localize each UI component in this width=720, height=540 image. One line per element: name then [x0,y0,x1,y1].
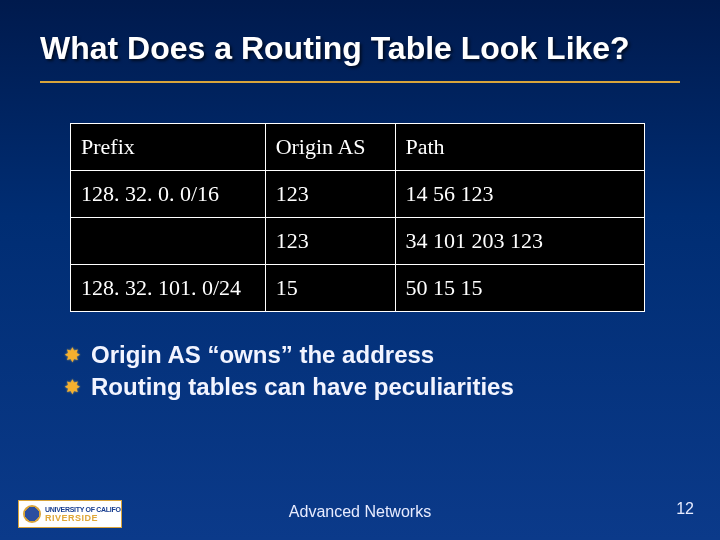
list-item: ✸ Routing tables can have peculiarities [64,372,680,402]
seal-icon [23,505,41,523]
col-header-path: Path [395,124,645,171]
col-header-prefix: Prefix [71,124,266,171]
logo-line2: RIVERSIDE [45,514,122,522]
footer: UNIVERSITY OF CALIFORNIA RIVERSIDE Advan… [0,494,720,530]
footer-caption: Advanced Networks [289,503,431,521]
bullet-text: Routing tables can have peculiarities [91,372,514,402]
cell-prefix: 128. 32. 101. 0/24 [71,265,266,312]
cell-path: 50 15 15 [395,265,645,312]
table-row: 128. 32. 101. 0/24 15 50 15 15 [71,265,645,312]
slide: What Does a Routing Table Look Like? Pre… [0,0,720,540]
page-number: 12 [676,500,694,518]
list-item: ✸ Origin AS “owns” the address [64,340,680,370]
table-row: 123 34 101 203 123 [71,218,645,265]
logo-text: UNIVERSITY OF CALIFORNIA RIVERSIDE [45,506,122,522]
table-row: 128. 32. 0. 0/16 123 14 56 123 [71,171,645,218]
cell-path: 34 101 203 123 [395,218,645,265]
bullet-list: ✸ Origin AS “owns” the address ✸ Routing… [64,340,680,402]
cell-origin: 123 [265,218,395,265]
cell-prefix: 128. 32. 0. 0/16 [71,171,266,218]
title-underline [40,81,680,83]
routing-table: Prefix Origin AS Path 128. 32. 0. 0/16 1… [70,123,645,312]
starburst-icon: ✸ [64,340,81,370]
cell-origin: 15 [265,265,395,312]
cell-path: 14 56 123 [395,171,645,218]
bullet-text: Origin AS “owns” the address [91,340,434,370]
col-header-origin: Origin AS [265,124,395,171]
slide-title: What Does a Routing Table Look Like? [40,30,680,67]
starburst-icon: ✸ [64,372,81,402]
cell-origin: 123 [265,171,395,218]
uc-riverside-logo: UNIVERSITY OF CALIFORNIA RIVERSIDE [18,500,122,528]
routing-table-wrap: Prefix Origin AS Path 128. 32. 0. 0/16 1… [70,123,650,312]
table-header-row: Prefix Origin AS Path [71,124,645,171]
cell-prefix [71,218,266,265]
